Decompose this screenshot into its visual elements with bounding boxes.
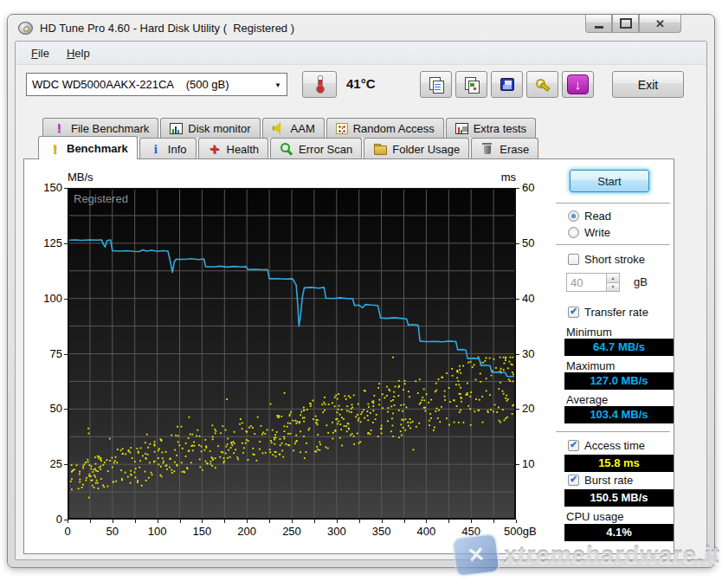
radio-icon[interactable] xyxy=(568,227,579,238)
copy-image-button[interactable] xyxy=(455,71,487,98)
tab-aam[interactable]: AAM xyxy=(262,118,325,138)
tab-label: Error Scan xyxy=(299,143,352,156)
checkbox-icon[interactable] xyxy=(568,475,579,486)
transfer-rate-label: Transfer rate xyxy=(584,306,648,319)
short-stroke-capacity-stepper[interactable]: 40 ▲ ▼ xyxy=(566,273,620,292)
tab-extra-tests[interactable]: Extra tests xyxy=(446,118,536,138)
axis-tick xyxy=(292,520,293,523)
burst-rate-value: 150.5 MB/s xyxy=(564,489,674,507)
axis-tick xyxy=(516,243,519,244)
axis-tick xyxy=(64,354,68,355)
axis-tick xyxy=(64,464,68,465)
x-tick-label: 400 xyxy=(409,525,443,538)
tab-file-benchmark[interactable]: File Benchmark xyxy=(42,118,158,138)
checkbox-icon[interactable] xyxy=(568,254,579,265)
x-tick-label: 350 xyxy=(364,525,399,538)
y-left-tick-label: 125 xyxy=(28,236,62,249)
start-button[interactable]: Start xyxy=(570,170,649,192)
y-right-tick-label: 10 xyxy=(522,457,548,470)
access-time-label: Access time xyxy=(584,439,645,452)
window-title: HD Tune Pro 4.60 - Hard Disk Utility ( R… xyxy=(40,22,294,35)
watermark-text: xtremehardware.it xyxy=(503,542,720,569)
tab-info[interactable]: Info xyxy=(139,138,197,159)
register-keys-button[interactable] xyxy=(526,71,558,98)
tab-error-scan[interactable]: Error Scan xyxy=(270,138,362,159)
stepper-up-icon[interactable]: ▲ xyxy=(606,274,619,282)
axis-tick xyxy=(404,520,405,523)
toolbar: WDC WD5000AAKX-221CA (500 gB) ▼ 41°C Exi… xyxy=(16,66,706,104)
write-radio[interactable]: Write xyxy=(568,226,610,239)
x-tick-label: 150 xyxy=(184,525,219,538)
tab-random-access[interactable]: Random Access xyxy=(326,118,444,138)
benchmark-chart: Registered 15012510075502506050403020100… xyxy=(24,159,552,553)
axis-tick xyxy=(158,520,158,523)
checkbox-icon[interactable] xyxy=(568,440,579,451)
drive-select-combo[interactable]: WDC WD5000AAKX-221CA (500 gB) ▼ xyxy=(26,73,287,96)
y-left-tick-label: 0 xyxy=(28,513,62,526)
window-controls xyxy=(585,15,681,33)
close-button[interactable] xyxy=(639,15,681,33)
write-label: Write xyxy=(584,226,610,239)
save-button[interactable] xyxy=(491,71,523,98)
copy-text-button[interactable] xyxy=(420,71,452,98)
menu-file[interactable]: File xyxy=(23,43,58,63)
axis-tick xyxy=(314,520,315,523)
axis-tick xyxy=(64,243,68,244)
maximize-button[interactable] xyxy=(612,15,639,33)
stepper-down-icon[interactable]: ▼ xyxy=(606,282,619,292)
y-right-tick-label: 30 xyxy=(522,347,548,360)
tab-health[interactable]: Health xyxy=(198,138,269,159)
axis-tick xyxy=(64,188,68,189)
axis-tick xyxy=(269,520,270,523)
tab-folder-usage[interactable]: Folder Usage xyxy=(364,138,469,159)
cpu-usage-label: CPU usage xyxy=(566,510,623,523)
axis-tick xyxy=(493,520,494,523)
short-stroke-checkbox[interactable]: Short stroke xyxy=(568,253,645,266)
y-left-tick-label: 100 xyxy=(28,292,62,305)
burst-rate-checkbox[interactable]: Burst rate xyxy=(568,474,633,487)
average-value: 103.4 MB/s xyxy=(564,406,674,423)
minimize-button[interactable] xyxy=(585,15,612,33)
info-icon xyxy=(149,142,163,156)
disk-monitor-icon xyxy=(170,123,183,134)
maximum-value: 127.0 MB/s xyxy=(564,372,674,390)
extra-tests-icon xyxy=(455,123,468,134)
tab-disk-monitor[interactable]: Disk monitor xyxy=(160,118,260,138)
temperature-button[interactable] xyxy=(302,71,337,98)
tab-label: Random Access xyxy=(353,122,435,135)
axis-tick xyxy=(64,299,68,300)
axis-tick xyxy=(448,520,449,523)
y-left-tick-label: 75 xyxy=(28,347,62,360)
save-icon xyxy=(500,78,514,91)
keys-icon xyxy=(535,78,550,92)
read-radio[interactable]: Read xyxy=(568,210,611,223)
file-benchmark-icon xyxy=(52,121,66,135)
tab-label: AAM xyxy=(291,122,315,135)
health-icon xyxy=(208,142,222,156)
y-right-tick-label: 50 xyxy=(522,236,548,249)
radio-icon[interactable] xyxy=(568,210,579,222)
y-right-tick-label: 40 xyxy=(522,292,548,305)
checkbox-icon[interactable] xyxy=(568,307,579,318)
exit-button[interactable]: Exit xyxy=(612,71,684,98)
access-time-checkbox[interactable]: Access time xyxy=(568,439,645,452)
transfer-rate-checkbox[interactable]: Transfer rate xyxy=(568,306,648,319)
axis-tick xyxy=(68,520,68,523)
axis-tick xyxy=(516,188,519,189)
copy-text-icon xyxy=(429,77,443,92)
minimum-label: Minimum xyxy=(566,326,612,339)
menu-help[interactable]: Help xyxy=(58,43,99,63)
axis-tick xyxy=(247,520,248,523)
maximum-label: Maximum xyxy=(566,359,615,372)
benchmark-icon xyxy=(48,141,61,155)
update-button[interactable] xyxy=(562,71,594,98)
app-icon xyxy=(18,22,33,35)
toolbar-buttons xyxy=(420,71,594,98)
tab-erase[interactable]: Erase xyxy=(471,138,538,159)
tab-benchmark[interactable]: Benchmark xyxy=(38,136,138,159)
menu-bar: File Help xyxy=(16,42,706,65)
tab-label: Erase xyxy=(500,143,529,156)
y-right-axis-title: ms xyxy=(492,171,516,184)
tab-label: File Benchmark xyxy=(71,122,149,135)
axis-tick xyxy=(135,520,136,523)
